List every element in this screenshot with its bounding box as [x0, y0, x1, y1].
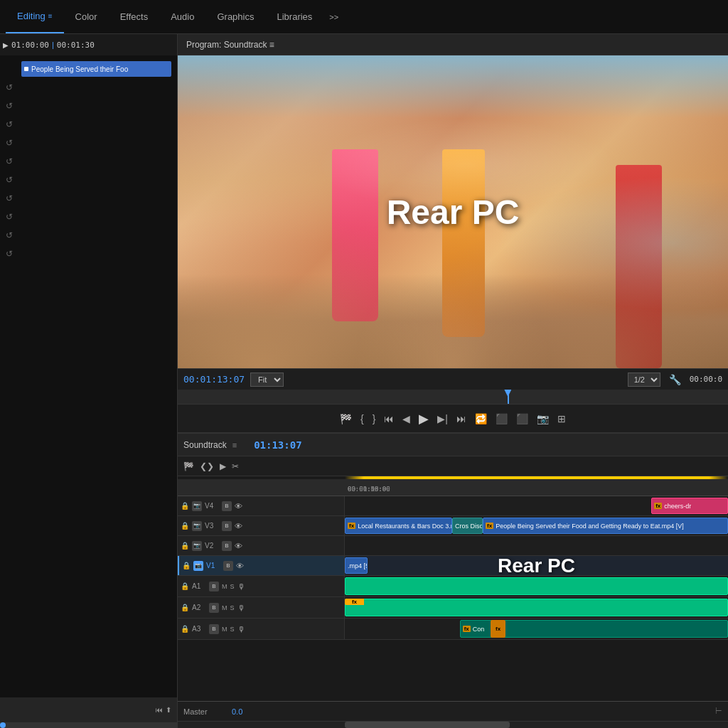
- undo-icon-2: ↺: [6, 101, 13, 111]
- undo-icon-10: ↺: [6, 249, 13, 259]
- a2-s-label[interactable]: S: [230, 604, 235, 611]
- insert-button[interactable]: ⬛: [496, 413, 508, 424]
- play-button[interactable]: ▶: [419, 411, 429, 427]
- left-panel: ▶ 01:00:00 | 00:01:30 People Being Serve…: [0, 34, 178, 728]
- a2-clip-1[interactable]: [345, 599, 728, 616]
- hands-overlay: [178, 55, 728, 368]
- v4-eye-icon[interactable]: 👁: [235, 502, 242, 510]
- program-scrubber[interactable]: [178, 390, 728, 404]
- v4-clip-cheers[interactable]: fx cheers-dr: [651, 498, 728, 514]
- source-ctrl-export[interactable]: ⬆: [166, 706, 171, 714]
- nav-item-libraries[interactable]: Libraries: [265, 0, 323, 33]
- mark-out-button[interactable]: }: [373, 413, 376, 424]
- undo-icon-3: ↺: [6, 119, 13, 129]
- a1-b-btn[interactable]: B: [209, 582, 219, 592]
- v3-clip-restaurants[interactable]: fx Local Restaurants & Bars Doc 3.mp: [345, 518, 452, 534]
- v2-b-btn[interactable]: B: [222, 541, 232, 551]
- nav-item-editing[interactable]: Editing ≡: [6, 0, 64, 33]
- timeline-menu-icon[interactable]: ≡: [232, 441, 237, 449]
- settings-btn[interactable]: ⊞: [557, 413, 566, 424]
- scrollbar-thumb[interactable]: [345, 722, 510, 728]
- wrench-icon[interactable]: 🔧: [669, 374, 681, 385]
- track-row-v2: 🔒 📷 V2 B 👁: [178, 536, 728, 556]
- track-label-v2: 🔒 📷 V2 B 👁: [178, 536, 345, 555]
- overwrite-button[interactable]: ⬛: [516, 413, 528, 424]
- nav-item-effects[interactable]: Effects: [109, 0, 160, 33]
- v3-clip-people[interactable]: fx People Being Served their Food and Ge…: [483, 518, 728, 534]
- ripple-delete-tool[interactable]: ❮❯: [200, 461, 214, 471]
- a1-mic-icon[interactable]: 🎙: [237, 582, 245, 591]
- horizontal-scrollbar[interactable]: [178, 721, 728, 728]
- go-to-out[interactable]: ⏭: [456, 413, 466, 424]
- nav-item-graphics[interactable]: Graphics: [205, 0, 265, 33]
- add-marker-tool[interactable]: 🏁: [183, 461, 194, 471]
- source-play-button[interactable]: ▶: [3, 41, 9, 49]
- a3-b-btn[interactable]: B: [209, 624, 219, 634]
- timeline-header: Soundtrack ≡ 01:13:07: [178, 434, 728, 456]
- export-frame[interactable]: 📷: [537, 413, 549, 424]
- v3-clip-cros[interactable]: Cros Disol: [452, 518, 483, 534]
- v3-b-btn[interactable]: B: [222, 521, 232, 531]
- a1-lock-icon: 🔒: [181, 582, 189, 590]
- undo-icon-1: ↺: [6, 82, 13, 92]
- v3-cam-btn[interactable]: 📷: [192, 521, 202, 531]
- nav-more-button[interactable]: >>: [323, 13, 344, 21]
- a2-fx-clip[interactable]: fx: [345, 599, 364, 605]
- v2-content: [345, 536, 728, 555]
- a2-mic-icon[interactable]: 🎙: [237, 604, 245, 612]
- nav-item-color[interactable]: Color: [64, 0, 109, 33]
- nav-item-audio[interactable]: Audio: [159, 0, 205, 33]
- source-timecode-start: 01:00:00: [11, 41, 49, 50]
- step-forward[interactable]: ▶|: [437, 413, 448, 424]
- track-row-a1: 🔒 A1 B M S 🎙: [178, 576, 728, 597]
- v1-b-btn[interactable]: B: [223, 561, 233, 571]
- a1-m-label[interactable]: M: [222, 583, 228, 590]
- v3-name: V3: [205, 522, 219, 530]
- a1-clip[interactable]: [345, 577, 728, 595]
- fx-badge-v3-1: fx: [348, 523, 355, 529]
- v2-name: V2: [205, 542, 219, 550]
- v3-clip-cros-label: Cros Disol: [455, 523, 483, 530]
- source-progress-dot: [0, 722, 6, 728]
- a3-fx-2[interactable]: fx: [491, 620, 506, 638]
- v3-eye-icon[interactable]: 👁: [235, 522, 242, 530]
- timeline-timecode: 01:13:07: [254, 439, 301, 451]
- v2-eye-icon[interactable]: 👁: [235, 542, 242, 550]
- mark-in-alt[interactable]: {: [360, 413, 364, 424]
- right-panel: Program: Soundtrack ≡: [178, 34, 728, 728]
- editing-menu-icon: ≡: [48, 12, 53, 20]
- fit-dropdown[interactable]: Fit: [250, 373, 284, 387]
- a3-m-label[interactable]: M: [222, 626, 228, 633]
- v1-cam-btn[interactable]: 📷: [193, 561, 203, 571]
- track-label-a2: 🔒 A2 B M S 🎙: [178, 597, 345, 618]
- program-timecode-bar: 00:01:13:07 Fit 1/2 🔧 00:00:0: [178, 368, 728, 390]
- track-label-a3: 🔒 A3 B M S 🎙: [178, 619, 345, 639]
- razor-tool[interactable]: ✂: [232, 461, 239, 471]
- a2-m-label[interactable]: M: [222, 604, 228, 611]
- loop-button[interactable]: 🔁: [475, 413, 487, 424]
- a2-b-btn[interactable]: B: [209, 603, 219, 613]
- v1-clip-mp4[interactable]: .mp4 [50%]: [345, 557, 368, 574]
- fx-badge-v3-2: fx: [486, 523, 493, 529]
- master-end-icon[interactable]: ⊢: [715, 707, 722, 716]
- go-to-in[interactable]: ⏮: [384, 413, 394, 424]
- source-clip-bar[interactable]: People Being Served their Foo: [21, 61, 171, 77]
- v4-cam-btn[interactable]: 📷: [192, 501, 202, 511]
- mark-in-button[interactable]: 🏁: [340, 413, 352, 424]
- v2-cam-btn[interactable]: 📷: [192, 541, 202, 551]
- track-select-tool[interactable]: ▶: [220, 461, 226, 471]
- top-nav-bar: Editing ≡ Color Effects Audio Graphics L…: [0, 0, 728, 34]
- a3-s-label[interactable]: S: [230, 626, 235, 633]
- timecode-separator: |: [52, 41, 54, 49]
- ratio-select[interactable]: 1/2: [628, 373, 660, 387]
- source-ctrl-prev[interactable]: ⏮: [156, 706, 163, 714]
- a3-mic-icon[interactable]: 🎙: [237, 625, 245, 633]
- v1-eye-icon[interactable]: 👁: [236, 562, 244, 570]
- undo-icon-5: ↺: [6, 156, 13, 166]
- a1-s-label[interactable]: S: [230, 583, 235, 590]
- v4-b-btn[interactable]: B: [222, 501, 232, 511]
- track-row-v1: 🔒 📷 V1 B 👁 .mp4 [50%] Rear PC: [178, 556, 728, 576]
- source-progress-bar[interactable]: [0, 722, 177, 728]
- ruler-mark-5: 00:01:15:00: [348, 486, 390, 493]
- step-back[interactable]: ◀: [402, 413, 410, 424]
